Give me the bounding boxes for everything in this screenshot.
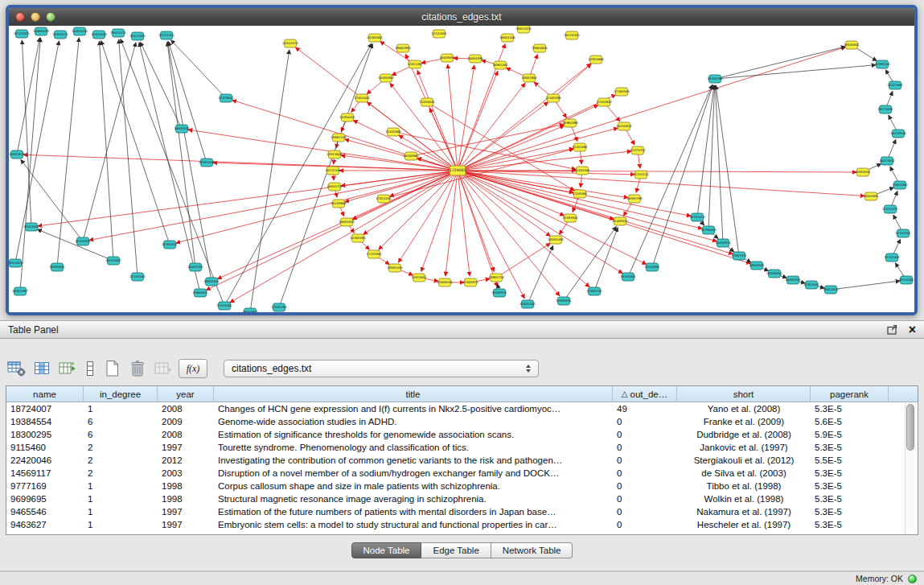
graph-node[interactable]: 15590104 xyxy=(874,60,890,68)
graph-node[interactable]: 19245802 xyxy=(620,273,636,281)
graph-edge[interactable] xyxy=(458,65,474,171)
graph-edge[interactable] xyxy=(458,171,565,216)
import-table-button[interactable] xyxy=(153,358,174,379)
graph-node[interactable]: 14741353 xyxy=(158,31,175,39)
graph-node[interactable]: 1724002 xyxy=(450,166,466,175)
graph-node[interactable]: 17594394 xyxy=(271,303,287,311)
cell-year[interactable]: 2003 xyxy=(158,468,214,478)
graph-edge[interactable] xyxy=(139,43,200,293)
graph-node[interactable]: 12058251 xyxy=(339,113,355,122)
graph-node[interactable]: 15699291 xyxy=(556,297,572,305)
graph-node[interactable]: 16962096 xyxy=(562,119,578,127)
cell-name[interactable]: 9463627 xyxy=(6,520,84,529)
cell-short[interactable]: Tibbo et al. (1998) xyxy=(677,481,811,491)
cell-name[interactable]: 9777169 xyxy=(6,481,84,491)
function-builder-button[interactable]: f(x) xyxy=(179,359,207,378)
graph-edge[interactable] xyxy=(100,41,113,261)
graph-node[interactable]: 17854084 xyxy=(354,94,370,102)
table-row[interactable]: 1872400712008Changes of HCN gene express… xyxy=(6,402,918,415)
graph-edge[interactable] xyxy=(594,228,618,291)
graph-edge[interactable] xyxy=(101,41,170,245)
graph-node[interactable]: 18614018 xyxy=(515,26,532,33)
graph-edge[interactable] xyxy=(553,64,591,98)
cell-in_degree[interactable]: 2 xyxy=(84,443,158,452)
cell-year[interactable]: 1997 xyxy=(158,507,214,517)
cell-title[interactable]: Corpus callosum shape and size in male p… xyxy=(214,481,613,491)
graph-node[interactable]: 11431692 xyxy=(572,143,588,151)
cell-year[interactable]: 2009 xyxy=(158,417,214,426)
graph-edge[interactable] xyxy=(458,171,560,296)
graph-node[interactable]: 16604166 xyxy=(499,34,515,42)
graph-edge[interactable] xyxy=(458,171,750,264)
table-options-button[interactable] xyxy=(6,358,27,379)
graph-node[interactable]: 18668039 xyxy=(33,27,49,35)
cell-in_degree[interactable]: 1 xyxy=(84,507,158,517)
graph-node[interactable]: 15608543 xyxy=(437,278,453,286)
cell-out_degree[interactable]: 0 xyxy=(613,468,677,478)
graph-node[interactable]: 17608745 xyxy=(586,287,602,295)
graph-edge[interactable] xyxy=(363,171,458,235)
cell-title[interactable]: Investigating the contribution of common… xyxy=(214,455,613,465)
graph-node[interactable]: 12703501 xyxy=(895,229,911,237)
graph-node[interactable]: 19640521 xyxy=(749,262,765,270)
cell-out_degree[interactable]: 49 xyxy=(613,404,677,414)
cell-in_degree[interactable]: 1 xyxy=(84,404,158,414)
graph-node[interactable]: 18604096 xyxy=(467,55,483,63)
table-row[interactable]: 977716911998Corpus callosum shape and si… xyxy=(6,480,918,492)
graph-node[interactable]: 16476536 xyxy=(890,130,906,138)
cell-name[interactable]: 18300295 xyxy=(6,430,84,439)
table-row[interactable]: 969969511998Structural magnetic resonanc… xyxy=(6,492,918,505)
graph-node[interactable]: 17379612 xyxy=(218,94,234,102)
graph-edge[interactable] xyxy=(17,38,39,154)
graph-node[interactable]: 16239868 xyxy=(331,200,347,208)
graph-node[interactable]: 18400064 xyxy=(378,74,394,82)
graph-node[interactable]: 12160362 xyxy=(574,167,590,175)
graph-edge[interactable] xyxy=(230,171,458,303)
zoom-window-button[interactable] xyxy=(46,12,55,22)
graph-edge[interactable] xyxy=(57,38,79,267)
graph-edge[interactable] xyxy=(458,171,470,276)
graph-edge[interactable] xyxy=(421,171,458,271)
graph-node[interactable]: 15816974 xyxy=(715,239,731,247)
cell-title[interactable]: Genome-wide association studies in ADHD. xyxy=(214,417,613,426)
graph-edge[interactable] xyxy=(831,281,900,290)
cell-pagerank[interactable]: 5.3E-5 xyxy=(811,443,889,452)
cell-title[interactable]: Estimation of significance thresholds fo… xyxy=(214,430,613,439)
graph-edge[interactable] xyxy=(167,42,195,267)
cell-year[interactable]: 1998 xyxy=(158,494,214,504)
row-height-button[interactable] xyxy=(84,358,97,379)
table-row[interactable]: 1830029562008Estimation of significance … xyxy=(6,428,918,441)
cell-short[interactable]: Jankovic et al. (1997) xyxy=(677,443,811,452)
column-header-title[interactable]: title xyxy=(214,386,613,402)
graph-edge[interactable] xyxy=(458,171,622,274)
graph-node[interactable]: 18255762 xyxy=(187,263,203,271)
cell-pagerank[interactable]: 5.3E-5 xyxy=(811,507,889,517)
cell-pagerank[interactable]: 5.3E-5 xyxy=(811,404,889,414)
window-titlebar[interactable]: citations_edges.txt xyxy=(9,8,914,27)
cell-pagerank[interactable]: 5.3E-5 xyxy=(811,494,889,504)
graph-node[interactable]: 18043713 xyxy=(326,183,343,191)
graph-node[interactable]: 19005912 xyxy=(203,278,220,286)
cell-pagerank[interactable]: 5.5E-5 xyxy=(811,455,889,465)
graph-node[interactable]: 19884608 xyxy=(532,44,548,52)
graph-node[interactable]: 18273012 xyxy=(879,157,895,165)
cell-pagerank[interactable]: 5.9E-5 xyxy=(811,430,889,439)
graph-node[interactable]: 18796203 xyxy=(700,226,717,234)
graph-node[interactable]: 20021997 xyxy=(12,287,28,295)
cell-out_degree[interactable]: 0 xyxy=(613,520,677,529)
cell-short[interactable]: Dudbridge et al. (2008) xyxy=(677,430,811,439)
cell-name[interactable]: 9699695 xyxy=(6,494,84,504)
column-header-name[interactable]: name xyxy=(6,386,84,402)
cell-in_degree[interactable]: 1 xyxy=(84,520,158,529)
graph-node[interactable]: 17480508 xyxy=(614,88,630,96)
graph-node[interactable]: 20203102 xyxy=(23,223,39,231)
cell-out_degree[interactable]: 0 xyxy=(613,417,677,426)
graph-node[interactable]: 19457612 xyxy=(823,286,839,294)
graph-node[interactable]: 18227835 xyxy=(887,81,903,89)
cell-name[interactable]: 18724007 xyxy=(6,404,84,414)
graph-node[interactable]: 18835634 xyxy=(339,218,355,226)
graph-node[interactable]: 20561836 xyxy=(199,159,215,167)
graph-edge[interactable] xyxy=(458,171,733,254)
graph-edge[interactable] xyxy=(652,85,713,267)
graph-node[interactable]: 18950845 xyxy=(49,263,65,271)
